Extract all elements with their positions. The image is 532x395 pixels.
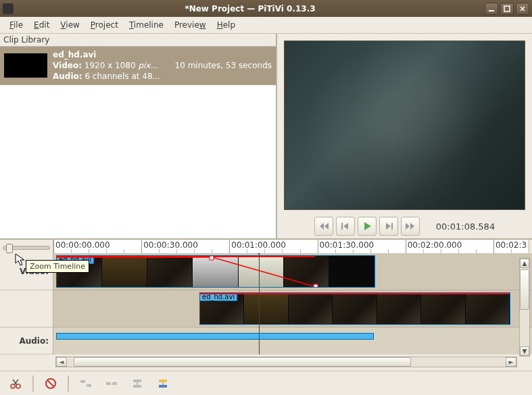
scroll-right-button[interactable]: ► [506, 357, 516, 367]
preview-pane: 00:01:08.584 [277, 34, 532, 238]
clip-video-info: Video: 1920 x 1080 pix... [53, 60, 175, 71]
playhead[interactable] [259, 253, 260, 354]
split-tool[interactable] [4, 374, 27, 393]
titlebar: *New Project — PiTiVi 0.13.3 [0, 0, 532, 17]
timeline-clip[interactable]: ed_hd.avi [199, 292, 510, 325]
timecode-display: 00:01:08.584 [436, 221, 495, 232]
close-button[interactable] [516, 3, 529, 15]
svg-rect-11 [106, 382, 111, 385]
next-frame-button[interactable] [379, 217, 398, 236]
window-title: *New Project — PiTiVi 0.13.3 [18, 4, 483, 14]
clip-list-item[interactable]: ed_hd.avi Video: 1920 x 1080 pix... Audi… [0, 47, 276, 85]
clip-thumbnail [4, 53, 47, 78]
svg-rect-9 [80, 380, 85, 383]
svg-rect-10 [87, 384, 91, 387]
svg-rect-16 [159, 385, 167, 388]
svg-rect-2 [341, 223, 343, 230]
video-track-2[interactable]: ed_hd.avi [53, 290, 532, 327]
audio-clip[interactable] [56, 333, 374, 340]
menu-view[interactable]: View [55, 18, 84, 32]
clip-name: ed_hd.avi [53, 49, 175, 60]
svg-rect-1 [504, 6, 510, 11]
menu-preview[interactable]: Preview [169, 18, 212, 32]
svg-rect-12 [112, 382, 117, 385]
scroll-thumb[interactable] [74, 357, 411, 367]
ungroup-tool[interactable] [151, 374, 174, 393]
delete-tool[interactable] [39, 374, 62, 393]
link-tool[interactable] [100, 374, 123, 393]
clip-list[interactable]: ed_hd.avi Video: 1920 x 1080 pix... Audi… [0, 46, 276, 238]
play-button[interactable] [358, 217, 377, 236]
audio-track-label: Audio: [0, 327, 53, 354]
menu-file[interactable]: File [4, 18, 28, 32]
timeline-h-scrollbar[interactable]: ◄ ► [55, 357, 517, 367]
prev-frame-button[interactable] [336, 217, 355, 236]
video-track-label-2 [0, 290, 53, 327]
svg-rect-0 [489, 10, 494, 11]
video-preview[interactable] [284, 41, 525, 210]
group-tool[interactable] [126, 374, 149, 393]
forward-button[interactable] [401, 217, 420, 236]
svg-rect-13 [133, 379, 141, 382]
video-track-1[interactable]: ed_hd.avi [53, 253, 532, 290]
menu-help[interactable]: Help [212, 18, 241, 32]
clip-library: Clip Library ed_hd.avi Video: 1920 x 108… [0, 34, 277, 238]
scroll-left-button[interactable]: ◄ [56, 357, 67, 367]
clip-audio-info: Audio: 6 channels at 48... [53, 71, 175, 82]
menu-project[interactable]: Project [85, 18, 124, 32]
cursor-icon [15, 253, 27, 268]
app-icon [3, 3, 14, 14]
svg-rect-15 [159, 379, 167, 382]
timeline-body[interactable]: ed_hd.avi ed_hd.avi [53, 253, 532, 354]
clip-metadata: ed_hd.avi Video: 1920 x 1080 pix... Audi… [53, 49, 175, 82]
svg-rect-14 [133, 385, 141, 388]
menu-edit[interactable]: Edit [28, 18, 55, 32]
transport-controls: 00:01:08.584 [284, 217, 525, 236]
menubar: File Edit View Project Timeline Preview … [0, 17, 532, 34]
menu-timeline[interactable]: Timeline [124, 18, 169, 32]
clip-duration: 10 minutes, 53 seconds [175, 61, 272, 70]
minimize-button[interactable] [485, 3, 498, 15]
maximize-button[interactable] [500, 3, 514, 15]
clip-label: ed_hd.avi [200, 293, 237, 301]
svg-rect-3 [391, 223, 393, 230]
timeline-clip[interactable]: ed_hd.avi [56, 255, 375, 288]
clip-library-heading: Clip Library [0, 34, 276, 46]
zoom-slider[interactable] [3, 246, 50, 250]
zoom-tooltip: Zoom Timeline [26, 260, 89, 273]
scroll-down-button[interactable]: ▼ [520, 346, 529, 356]
scroll-thumb[interactable] [520, 269, 529, 310]
zoom-handle[interactable] [6, 244, 13, 253]
scroll-up-button[interactable]: ▲ [520, 259, 529, 268]
unlink-tool[interactable] [74, 374, 97, 393]
zoom-row: 00:00:00.00000:00:30.00000:01:00.00000:0… [0, 240, 532, 253]
rewind-button[interactable] [314, 217, 333, 236]
timeline-v-scrollbar[interactable]: ▲ ▼ [519, 258, 530, 357]
bottom-toolbar [0, 371, 532, 395]
